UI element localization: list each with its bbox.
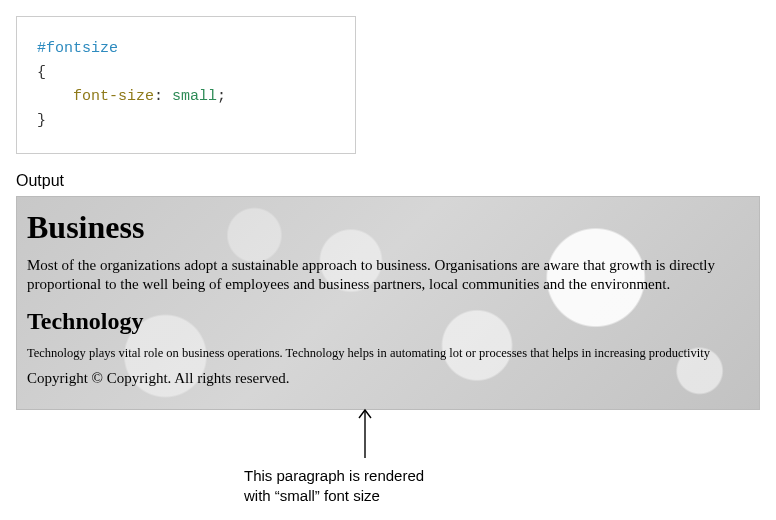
css-semicolon: ; xyxy=(217,88,226,105)
css-selector-token: #fontsize xyxy=(37,40,118,57)
paragraph-technology-small: Technology plays vital role on business … xyxy=(27,345,749,361)
annotation-area: This paragraph is rendered with “small” … xyxy=(16,410,760,500)
annotation-caption: This paragraph is rendered with “small” … xyxy=(244,466,424,507)
css-colon: : xyxy=(154,88,172,105)
css-value-token: small xyxy=(172,88,217,105)
heading-technology: Technology xyxy=(27,308,749,335)
css-open-brace: { xyxy=(37,64,46,81)
css-close-brace: } xyxy=(37,112,46,129)
css-code-block: #fontsize { font-size: small; } xyxy=(16,16,356,154)
arrow-up-icon xyxy=(355,404,375,462)
paragraph-business: Most of the organizations adopt a sustai… xyxy=(27,256,749,294)
output-label: Output xyxy=(16,172,760,190)
heading-business: Business xyxy=(27,209,749,246)
css-property-token: font-size xyxy=(73,88,154,105)
copyright-text: Copyright © Copyright. All rights reserv… xyxy=(27,369,749,388)
css-indent xyxy=(37,88,73,105)
rendered-output-panel: Business Most of the organizations adopt… xyxy=(16,196,760,410)
